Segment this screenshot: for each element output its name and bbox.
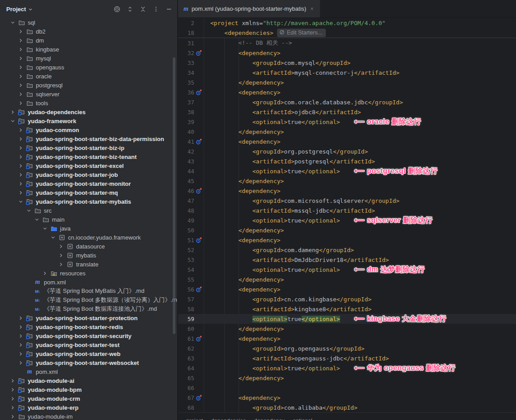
maven-dependency-gutter-icon[interactable] [196, 335, 204, 342]
code-line[interactable]: 60 </dependency> [178, 324, 516, 334]
tree-item[interactable]: yudao-module-bpm [0, 385, 177, 394]
chevron-right-icon[interactable] [17, 359, 24, 366]
tree-item[interactable]: yudao-spring-boot-starter-job [0, 170, 177, 179]
code-line[interactable]: 61 <dependency> [178, 334, 516, 343]
tree-item[interactable]: yudao-spring-boot-starter-security [0, 331, 177, 340]
chevron-right-icon[interactable] [17, 126, 24, 133]
code-line[interactable]: 40 </dependency> [178, 127, 516, 137]
tree-item[interactable]: kingbase [0, 45, 177, 54]
code-line[interactable]: 32 <dependency> [178, 48, 516, 58]
code-line[interactable]: 53 <artifactId>DmJdbcDriver18</artifactI… [178, 255, 516, 265]
tree-scrollbar[interactable] [173, 57, 175, 334]
code-line[interactable]: 68 <groupId>com.alibaba</groupId> [178, 403, 516, 412]
select-opened-file-icon[interactable] [113, 5, 121, 13]
tree-item[interactable]: tools [0, 99, 177, 107]
chevron-right-icon[interactable] [17, 180, 24, 187]
chevron-right-icon[interactable] [57, 252, 64, 259]
maven-dependency-gutter-icon[interactable] [196, 286, 204, 292]
tree-item[interactable]: yudao-module-ai [0, 376, 177, 385]
tree-item[interactable]: db2 [0, 27, 177, 36]
tree-item[interactable]: yudao-framework [0, 116, 177, 125]
code-line[interactable]: 57 <groupId>cn.com.kingbase</groupId> [178, 294, 516, 304]
sticky-code-line[interactable]: 18 <dependencies>Edit Starters... [178, 28, 516, 38]
tree-item[interactable]: oracle [0, 72, 177, 81]
tree-item[interactable]: yudao-spring-boot-starter-biz-tenant [0, 152, 177, 161]
tree-item[interactable]: yudao-spring-boot-starter-protection [0, 313, 177, 322]
code-line[interactable]: 62 <groupId>org.opengauss</groupId> [178, 343, 516, 353]
code-line[interactable]: 36 <dependency> [178, 87, 516, 97]
breadcrumb-item[interactable]: dependency [254, 418, 285, 420]
tree-item[interactable]: sql [0, 18, 177, 27]
code-line[interactable]: 59 <optional>true</optional>⟵ kingbase 大… [178, 314, 516, 324]
chevron-right-icon[interactable] [17, 28, 24, 35]
chevron-right-icon[interactable] [17, 55, 24, 62]
chevron-down-icon[interactable] [25, 207, 32, 214]
code-line[interactable]: 49 <optional>true</optional>⟵ sqlserver … [178, 215, 516, 225]
tree-item[interactable]: yudao-spring-boot-starter-redis [0, 322, 177, 331]
maven-dependency-gutter-icon[interactable] [196, 138, 204, 145]
tree-item[interactable]: yudao-spring-boot-starter-biz-data-permi… [0, 134, 177, 143]
code-line[interactable]: 39 <optional>true</optional>⟵ oracle 删除这… [178, 117, 516, 127]
tab-pom-xml[interactable]: m pom.xml (yudao-spring-boot-starter-myb… [178, 0, 320, 17]
tree-item[interactable]: yudao-spring-boot-starter-mybatis [0, 197, 177, 206]
chevron-right-icon[interactable] [17, 341, 24, 348]
code-line[interactable]: 34 <artifactId>mysql-connector-j</artifa… [178, 68, 516, 77]
tree-item[interactable]: java [0, 224, 177, 233]
code-line[interactable]: 66 [178, 383, 516, 393]
tree-item[interactable]: translate [0, 260, 177, 269]
code-line[interactable]: 46 <dependency> [178, 186, 516, 196]
chevron-down-icon[interactable] [41, 225, 48, 232]
tree-item[interactable]: yudao-spring-boot-starter-web [0, 349, 177, 358]
tree-item[interactable]: mpom.xml [0, 278, 177, 287]
code-line[interactable]: 48 <artifactId>mssql-jdbc</artifactId> [178, 206, 516, 215]
tree-item[interactable]: yudao-module-erp [0, 403, 177, 412]
tab-close-icon[interactable]: × [309, 5, 315, 12]
tree-item[interactable]: yudao-common [0, 125, 177, 134]
code-line[interactable]: 58 <artifactId>kingbase8</artifactId> [178, 304, 516, 314]
chevron-right-icon[interactable] [17, 350, 24, 357]
tree-item[interactable]: M↓《芋道 Spring Boot MyBatis 入门》.md [0, 287, 177, 296]
chevron-right-icon[interactable] [17, 73, 24, 80]
maven-dependency-gutter-icon[interactable] [196, 89, 204, 95]
chevron-right-icon[interactable] [9, 377, 16, 384]
tree-item[interactable]: yudao-spring-boot-starter-biz-ip [0, 143, 177, 152]
tree-item[interactable]: yudao-module-im [0, 412, 177, 420]
chevron-right-icon[interactable] [9, 404, 16, 411]
code-line[interactable]: 55 </dependency> [178, 274, 516, 284]
chevron-down-icon[interactable] [49, 234, 56, 241]
code-line[interactable]: 50 </dependency> [178, 225, 516, 235]
tree-item[interactable]: M↓《芋道 Spring Boot 数据库连接池入门》.md [0, 304, 177, 313]
code-line[interactable]: 63 <artifactId>opengauss-jdbc</artifactI… [178, 353, 516, 363]
chevron-right-icon[interactable] [17, 81, 24, 89]
chevron-right-icon[interactable] [9, 108, 16, 116]
code-line[interactable]: 33 <groupId>com.mysql</groupId> [178, 58, 516, 68]
project-view-selector[interactable]: Project [6, 6, 33, 13]
tree-item[interactable]: yudao-spring-boot-starter-websocket [0, 358, 177, 367]
chevron-right-icon[interactable] [17, 314, 24, 321]
breadcrumb-item[interactable]: optional [293, 418, 312, 420]
tree-item[interactable]: yudao-spring-boot-starter-monitor [0, 179, 177, 188]
tree-item[interactable]: resources [0, 269, 177, 278]
chevron-right-icon[interactable] [57, 243, 64, 250]
code-line[interactable]: 64 <optional>true</optional>⟵ 华为 opengau… [178, 363, 516, 373]
tree-item[interactable]: sqlserver [0, 90, 177, 99]
code-line[interactable]: 42 <groupId>org.postgresql</groupId> [178, 146, 516, 156]
code-line[interactable]: 35 </dependency> [178, 77, 516, 87]
tree-item[interactable]: src [0, 206, 177, 215]
chevron-right-icon[interactable] [17, 332, 24, 339]
code-line[interactable]: 67 <dependency> [178, 393, 516, 403]
maven-dependency-gutter-icon[interactable] [196, 394, 204, 401]
chevron-right-icon[interactable] [17, 64, 24, 71]
more-options-icon[interactable] [152, 5, 160, 13]
tree-item[interactable]: yudao-spring-boot-starter-excel [0, 161, 177, 170]
code-line[interactable]: 65 </dependency> [178, 373, 516, 383]
chevron-right-icon[interactable] [17, 46, 24, 53]
code-line[interactable]: 38 <artifactId>ojdbc8</artifactId> [178, 107, 516, 117]
chevron-right-icon[interactable] [17, 162, 24, 169]
code-line[interactable]: 41 <dependency> [178, 137, 516, 146]
chevron-right-icon[interactable] [17, 171, 24, 178]
code-line[interactable]: 54 <optional>true</optional>⟵ dm 达梦删除这行 [178, 265, 516, 274]
tree-item[interactable]: yudao-spring-boot-starter-test [0, 340, 177, 349]
code-line[interactable]: 44 <optional>true</optional>⟵ postgresql… [178, 166, 516, 176]
tree-item[interactable]: mpom.xml [0, 367, 177, 376]
